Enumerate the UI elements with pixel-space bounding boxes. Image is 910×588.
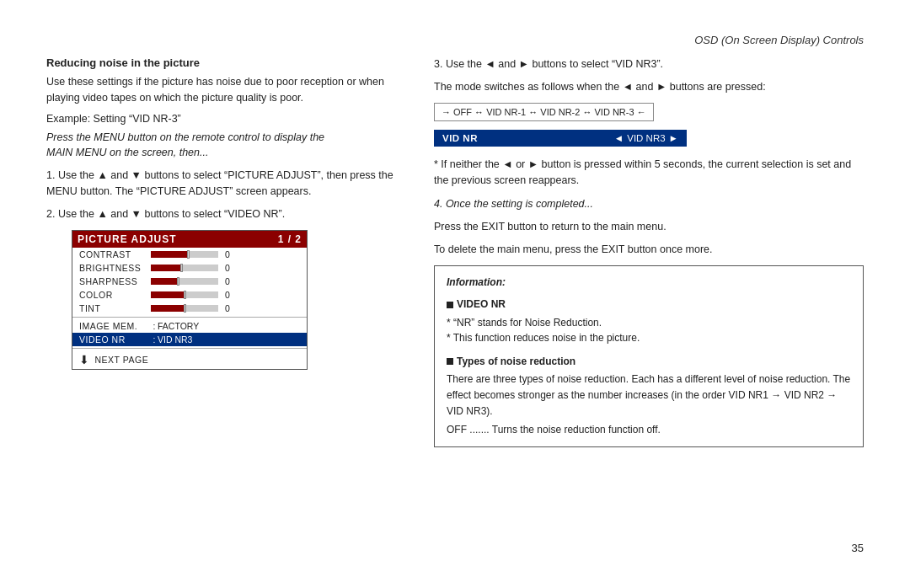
osd-bar-cursor-brightness — [180, 264, 183, 272]
off-sequence-text: → OFF ↔ VID NR-1 ↔ VID NR-2 ↔ VID NR-3 ← — [442, 107, 646, 117]
osd-row-contrast: CONTRAST 0 — [72, 248, 307, 261]
left-column: Reducing noise in the picture Use these … — [46, 56, 409, 533]
osd-label-color: COLOR — [79, 290, 151, 300]
info-section-2-label: Types of noise reduction — [457, 354, 575, 370]
osd-label-video-nr: VIDEO NR — [79, 334, 151, 345]
osd-bar-brightness: 0 — [151, 263, 300, 273]
osd-row-video-nr: VIDEO NR : VID NR3 — [72, 333, 307, 346]
info-section-2-title: Types of noise reduction — [447, 354, 851, 370]
osd-bar-fill-tint — [151, 305, 185, 312]
osd-next-label: NEXT PAGE — [95, 355, 149, 365]
osd-row-sharpness: SHARPNESS 0 — [72, 275, 307, 288]
osd-divider-1 — [72, 317, 307, 318]
osd-bar-fill-color — [151, 291, 185, 298]
section-title: Reducing noise in the picture — [46, 56, 409, 69]
info-section-1-title: VIDEO NR — [447, 297, 851, 313]
down-arrow-icon: ⬇ — [79, 353, 90, 366]
header-title: OSD (On Screen Display) Controls — [46, 34, 864, 46]
osd-value-color: 0 — [225, 290, 230, 300]
osd-bar-contrast: 0 — [151, 249, 300, 259]
page: OSD (On Screen Display) Controls Reducin… — [0, 0, 910, 588]
step-4b-text: To delete the main menu, press the EXIT … — [434, 242, 864, 258]
step-2-text: 2. Use the ▲ and ▼ buttons to select “VI… — [46, 206, 409, 222]
osd-bar-bg-sharpness — [151, 278, 218, 285]
osd-bar-sharpness: 0 — [151, 276, 300, 286]
osd-value-contrast: 0 — [225, 249, 230, 259]
osd-value-image-mem: FACTORY — [158, 321, 199, 331]
step-1-text: 1. Use the ▲ and ▼ buttons to select “PI… — [46, 168, 409, 200]
content-area: Reducing noise in the picture Use these … — [46, 56, 864, 533]
vid-nr-bar-value: ◄ VID NR3 ► — [614, 133, 678, 143]
osd-value-tint: 0 — [225, 303, 230, 313]
osd-value-brightness: 0 — [225, 263, 230, 273]
osd-bar-cursor-tint — [184, 304, 186, 313]
vid-nr-left-arrow-icon: ◄ — [614, 133, 624, 143]
osd-page: 1 / 2 — [278, 233, 302, 245]
osd-menu-box: PICTURE ADJUST 1 / 2 CONTRAST 0 — [72, 230, 308, 370]
info-section-1-label: VIDEO NR — [457, 297, 506, 313]
osd-header: PICTURE ADJUST 1 / 2 — [72, 231, 307, 248]
vid-nr-value-text: VID NR3 — [627, 133, 665, 143]
osd-sep-video-nr: : — [151, 334, 158, 345]
step-4-italic: 4. Once the setting is completed... — [434, 196, 864, 212]
osd-sep-image-mem: : — [151, 321, 158, 331]
step-3b-text: The mode switches as follows when the ◄ … — [434, 79, 864, 95]
osd-row-image-mem: IMAGE MEM. : FACTORY — [72, 319, 307, 333]
example-text: Example: Setting “VID NR-3” — [46, 113, 409, 125]
osd-value-sharpness: 0 — [225, 276, 230, 286]
osd-divider-2 — [72, 348, 307, 349]
off-sequence-diagram: → OFF ↔ VID NR-1 ↔ VID NR-2 ↔ VID NR-3 ← — [434, 103, 654, 121]
osd-row-brightness: BRIGHTNESS 0 — [72, 261, 307, 275]
vid-nr-right-arrow-icon: ► — [669, 133, 678, 143]
vid-nr-bar-label: VID NR — [442, 133, 478, 143]
osd-bar-fill-brightness — [151, 265, 181, 271]
osd-bar-cursor-sharpness — [177, 277, 179, 286]
osd-bar-fill-contrast — [151, 251, 188, 258]
osd-bar-cursor-contrast — [187, 250, 190, 259]
osd-next-page: ⬇ NEXT PAGE — [72, 350, 307, 369]
osd-bar-fill-sharpness — [151, 278, 178, 285]
step-4a-text: Press the EXIT button to return to the m… — [434, 219, 864, 235]
info-box: Information: VIDEO NR * “NR” stands for … — [434, 265, 864, 447]
body-text-1: Use these settings if the picture has no… — [46, 74, 409, 106]
osd-bar-tint: 0 — [151, 303, 300, 313]
osd-label-sharpness: SHARPNESS — [79, 276, 151, 286]
osd-row-tint: TINT 0 — [72, 302, 307, 315]
right-column: 3. Use the ◄ and ► buttons to select “VI… — [434, 56, 864, 533]
info-square-1 — [447, 302, 453, 308]
italic-line-2: MAIN MENU on the screen, then... — [46, 147, 208, 158]
osd-label-brightness: BRIGHTNESS — [79, 263, 151, 273]
osd-label-image-mem: IMAGE MEM. — [79, 321, 151, 331]
vid-nr-bar: VID NR ◄ VID NR3 ► — [434, 130, 687, 147]
note-text: * If neither the ◄ or ► button is presse… — [434, 157, 864, 190]
osd-row-color: COLOR 0 — [72, 288, 307, 302]
info-section-2-off: OFF ....... Turns the noise reduction fu… — [447, 422, 851, 438]
osd-bar-bg-brightness — [151, 265, 218, 271]
italic-text-1: Press the MENU button on the remote cont… — [46, 130, 409, 162]
osd-label-tint: TINT — [79, 303, 151, 313]
osd-bar-cursor-color — [184, 291, 186, 299]
osd-bar-bg-tint — [151, 305, 218, 312]
info-section-1-item-2: * This function reduces noise in the pic… — [447, 330, 851, 345]
osd-title: PICTURE ADJUST — [78, 233, 177, 245]
page-number: 35 — [46, 542, 864, 554]
italic-line-1: Press the MENU button on the remote cont… — [46, 131, 324, 143]
info-section-1-item-1: * “NR” stands for Noise Reduction. — [447, 315, 851, 330]
info-square-2 — [447, 358, 453, 365]
info-section-2-text: There are three types of noise reduction… — [447, 372, 851, 419]
info-box-title: Information: — [447, 275, 851, 291]
osd-label-contrast: CONTRAST — [79, 249, 151, 259]
osd-value-video-nr: VID NR3 — [158, 334, 192, 345]
osd-bar-color: 0 — [151, 290, 300, 300]
step-3a-text: 3. Use the ◄ and ► buttons to select “VI… — [434, 56, 864, 72]
osd-bar-bg-color — [151, 291, 218, 298]
osd-bar-bg-contrast — [151, 251, 218, 258]
